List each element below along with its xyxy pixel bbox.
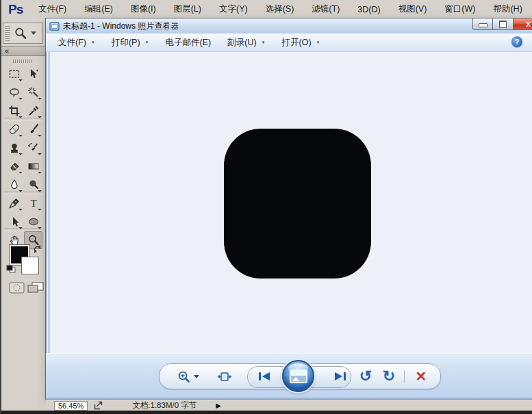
marquee-icon [8,68,21,80]
move-icon [27,68,40,80]
actual-size-button[interactable] [214,364,235,389]
photo-viewer-window: 未标题-1 - Windows 照片查看器 x 文件(F) ▼ 打印(P) ▼ … [46,18,532,399]
ps-menu-view[interactable]: 视图(V) [390,3,436,15]
collapse-panels-button[interactable]: « [1,46,46,56]
eraser-icon [8,160,21,172]
photoshop-logo: Ps [8,2,23,17]
svg-text:T: T [30,198,36,209]
clone-stamp-tool[interactable] [5,139,23,157]
pen-tool[interactable] [5,194,23,212]
dropdown-arrow-icon: ▼ [145,40,149,44]
rotate-clockwise-button[interactable]: ↻ [380,364,398,389]
magic-wand-tool[interactable] [24,83,42,101]
maximize-button[interactable] [493,18,514,30]
minimize-button[interactable] [472,18,493,30]
close-button[interactable]: x [514,18,532,30]
viewer-menu-file[interactable]: 文件(F) ▼ [58,37,95,49]
ps-menu-select[interactable]: 选择(S) [257,3,303,15]
previous-button[interactable] [251,364,278,389]
history-brush-icon [27,142,40,154]
magic-wand-icon [27,86,40,99]
quick-mask-button[interactable] [9,282,25,294]
crop-icon [8,105,21,117]
background-color-swatch[interactable] [21,257,39,274]
ps-menu-help[interactable]: 帮助(H) [484,3,531,15]
viewer-bottom-chrome: ↺ ↻ ✕ [46,353,532,399]
collapse-icon: « [5,47,9,55]
panel-grip [5,25,10,41]
selection-arrow-icon [8,216,21,228]
dropdown-arrow-icon [31,31,36,35]
ps-menu-image[interactable]: 图像(I) [122,3,165,15]
swap-colors-icon[interactable] [32,244,43,255]
photoshop-tool-column: « [1,18,46,414]
viewer-menu-email[interactable]: 电子邮件(E) [166,37,212,49]
ps-menu-3d[interactable]: 3D(D) [349,5,389,14]
rotate-ccw-icon: ↺ [359,370,372,383]
brush-tool[interactable] [24,120,42,138]
window-bottom-edge [1,411,532,414]
rotate-cw-icon: ↻ [383,370,395,383]
dropdown-arrow-icon: ▼ [91,40,95,44]
close-icon: x [526,19,531,29]
lasso-icon [8,86,21,99]
eraser-tool[interactable] [5,157,23,175]
photo-canvas [50,52,532,354]
help-button[interactable]: ? [511,36,522,47]
viewer-control-bar: ↺ ↻ ✕ [159,363,441,389]
toolbox-grip [13,60,34,63]
ps-menu-window[interactable]: 窗口(W) [435,3,484,15]
rotate-counterclockwise-button[interactable]: ↺ [357,364,375,389]
gradient-icon [27,160,40,172]
screen-mode-button[interactable] [27,282,44,294]
viewer-menubar: 文件(F) ▼ 打印(P) ▼ 电子邮件(E) 刻录(U) ▼ 打开(O) ▼ [46,34,532,52]
zoom-options-panel[interactable] [3,23,43,44]
next-button[interactable] [327,364,354,389]
ps-menu-filter[interactable]: 滤镜(T) [303,3,349,15]
photoshop-menubar: Ps 文件(F) 编辑(E) 图像(I) 图层(L) 文字(Y) 选择(S) 滤… [1,0,532,18]
ps-menu-layer[interactable]: 图层(L) [165,3,210,15]
ps-menu-file[interactable]: 文件(F) [29,3,75,15]
viewer-window-icon [49,22,60,31]
delete-button[interactable]: ✕ [410,364,432,389]
next-icon [333,372,347,381]
dropdown-arrow-icon [194,375,199,378]
viewer-menu-print[interactable]: 打印(P) ▼ [112,37,149,49]
marquee-tool[interactable] [5,65,23,83]
dropdown-arrow-icon: ▼ [262,40,266,44]
ellipse-shape-icon [27,216,40,228]
type-tool[interactable]: T [24,194,42,212]
window-controls: x [472,18,532,30]
type-icon: T [27,197,40,209]
clone-stamp-icon [8,142,21,154]
fit-to-window-icon [217,371,232,383]
move-tool[interactable] [24,65,42,83]
maximize-icon [499,21,507,28]
status-expand-arrow[interactable]: ▶ [216,402,221,409]
ps-menu-edit[interactable]: 编辑(E) [75,3,122,15]
lasso-tool[interactable] [5,83,23,101]
ps-menu-type[interactable]: 文字(Y) [210,3,257,15]
dropdown-arrow-icon: ▼ [316,40,320,44]
desktop: Ps 文件(F) 编辑(E) 图像(I) 图层(L) 文字(Y) 选择(S) 滤… [0,0,532,414]
default-colors-icon[interactable] [6,265,16,273]
gradient-tool[interactable] [24,157,42,175]
pen-icon [8,197,21,209]
healing-brush-tool[interactable] [5,120,23,138]
previous-icon [257,372,271,381]
zoom-menu-button[interactable] [175,364,202,389]
healing-brush-icon [8,123,21,135]
history-brush-tool[interactable] [24,139,42,157]
minimize-icon [479,23,487,27]
export-icon[interactable] [93,401,103,411]
viewer-title: 未标题-1 - Windows 照片查看器 [63,21,179,32]
viewer-menu-burn[interactable]: 刻录(U) ▼ [227,37,265,49]
viewer-menu-open[interactable]: 打开(O) ▼ [282,37,320,49]
black-rounded-square-image [224,129,371,279]
dodge-icon [27,179,40,191]
photoshop-status-bar: 56.45% 文档:1.83M/0 字节 ▶ [46,399,532,411]
viewer-titlebar[interactable]: 未标题-1 - Windows 照片查看器 x [46,18,532,34]
brush-icon [27,123,40,135]
zoom-level-field[interactable]: 56.45% [54,401,88,411]
play-slideshow-button[interactable] [282,360,314,392]
